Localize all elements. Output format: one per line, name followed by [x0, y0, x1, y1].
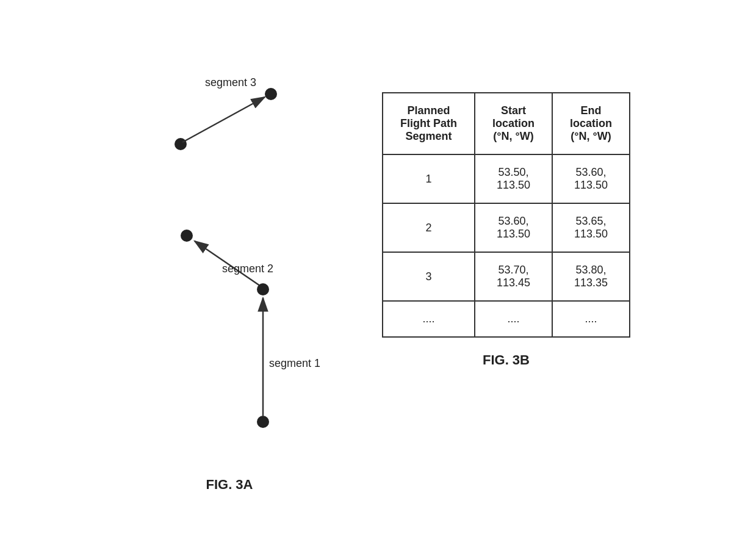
fig3b-container: PlannedFlight PathSegment Startlocation(… [382, 56, 630, 368]
diagram-svg: segment 3 segment 2 segment 1 [132, 56, 327, 471]
seg3-end-dot [265, 88, 277, 100]
table-row: 1 53.50,113.50 53.60,113.50 [383, 154, 630, 203]
seg2-end-dot [181, 230, 193, 242]
fig3a-label: FIG. 3A [206, 477, 253, 493]
col-header-end: Endlocation(°N, °W) [552, 93, 630, 154]
cell-segment-3: 3 [383, 252, 475, 301]
table-header-row: PlannedFlight PathSegment Startlocation(… [383, 93, 630, 154]
cell-segment-dots: .... [383, 301, 475, 337]
svg-text:segment 3: segment 3 [205, 76, 256, 89]
svg-text:segment 1: segment 1 [269, 357, 320, 369]
cell-end-dots: .... [552, 301, 630, 337]
col-header-segment: PlannedFlight PathSegment [383, 93, 475, 154]
main-container: segment 3 segment 2 segment 1 FIG. 3A [43, 43, 714, 493]
cell-segment-1: 1 [383, 154, 475, 203]
cell-end-3: 53.80,113.35 [552, 252, 630, 301]
seg2-start-dot [257, 283, 269, 295]
cell-start-2: 53.60,113.50 [475, 203, 552, 252]
cell-start-1: 53.50,113.50 [475, 154, 552, 203]
cell-start-dots: .... [475, 301, 552, 337]
table-row: 2 53.60,113.50 53.65,113.50 [383, 203, 630, 252]
table-row: .... .... .... [383, 301, 630, 337]
seg1-start-dot [257, 416, 269, 428]
col-header-start: Startlocation(°N, °W) [475, 93, 552, 154]
svg-line-2 [182, 97, 265, 142]
svg-text:segment 2: segment 2 [222, 263, 273, 275]
cell-end-2: 53.65,113.50 [552, 203, 630, 252]
data-table: PlannedFlight PathSegment Startlocation(… [382, 92, 630, 338]
table-row: 3 53.70,113.45 53.80,113.35 [383, 252, 630, 301]
cell-start-3: 53.70,113.45 [475, 252, 552, 301]
cell-end-1: 53.60,113.50 [552, 154, 630, 203]
seg3-start-dot [175, 138, 187, 150]
cell-segment-2: 2 [383, 203, 475, 252]
fig3a-container: segment 3 segment 2 segment 1 FIG. 3A [126, 56, 333, 493]
fig3b-label: FIG. 3B [483, 352, 530, 368]
